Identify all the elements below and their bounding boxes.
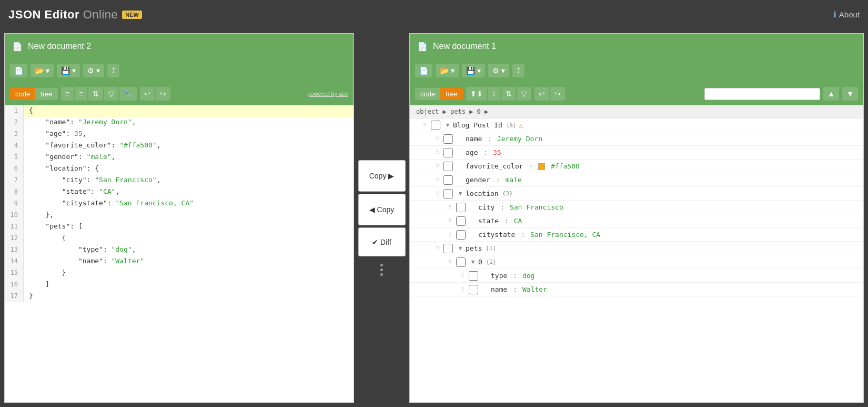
- info-icon: ℹ: [833, 9, 836, 19]
- checkbox-state[interactable]: [456, 216, 466, 226]
- right-format-compact-button[interactable]: ⬆⬇: [466, 87, 487, 101]
- drag-handle[interactable]: ⠿: [446, 204, 454, 210]
- sort-button[interactable]: ⇅: [88, 87, 103, 101]
- right-redo-button[interactable]: ↪: [550, 87, 565, 101]
- code-line-6: 6 "location": {: [5, 163, 354, 175]
- checkbox-name[interactable]: [443, 134, 453, 144]
- drag-handle[interactable]: ⠿: [433, 177, 441, 183]
- breadcrumb: object ▶ pets ▶ 0 ▶: [410, 105, 863, 118]
- tree-node-age: ⠿ age : 35: [410, 146, 863, 160]
- undo-button[interactable]: ↩: [140, 87, 155, 101]
- new-file-button[interactable]: 📄: [10, 64, 27, 77]
- open-file-button-right[interactable]: 📂 ▾: [436, 64, 459, 77]
- drag-handle[interactable]: ⠿: [420, 122, 429, 128]
- checkbox-city[interactable]: [456, 203, 466, 212]
- tree-node-name: ⠿ name : Jeremy Dorn: [410, 132, 863, 146]
- filter-button-left[interactable]: ▽: [104, 87, 118, 101]
- expand-name[interactable]: [455, 135, 466, 142]
- code-line-8: 8 "state": "CA",: [5, 186, 354, 198]
- checkbox-pets-0[interactable]: [456, 257, 466, 267]
- redo-button[interactable]: ↪: [156, 87, 170, 101]
- drag-handle[interactable]: ⠿: [446, 259, 454, 265]
- settings-button-right[interactable]: ⚙ ▾: [488, 64, 509, 77]
- right-tree-mode-button[interactable]: tree: [440, 88, 462, 100]
- right-mode-toggle: code tree: [415, 88, 463, 100]
- topbar: JSON Editor Online NEW ℹ About: [0, 0, 868, 29]
- code-editor[interactable]: 1 { 2 "name": "Jeremy Dorn", 3 "age": 35…: [5, 105, 354, 402]
- dots-area: [380, 264, 383, 276]
- new-file-button-right[interactable]: 📄: [415, 64, 432, 77]
- about-link[interactable]: ℹ About: [833, 9, 860, 19]
- left-tree-mode-button[interactable]: tree: [35, 88, 57, 100]
- drag-handle[interactable]: ⠿: [458, 273, 467, 279]
- drag-handle[interactable]: ⠿: [433, 150, 441, 155]
- right-undo-button[interactable]: ↩: [534, 87, 549, 101]
- tree-node-blogpostid: ⠿ ▼ Blog Post Id {6} ⚠: [410, 118, 863, 132]
- checkbox-favoritecolor[interactable]: [443, 162, 453, 171]
- checkbox-pets[interactable]: [443, 244, 453, 253]
- search-input[interactable]: [704, 88, 820, 100]
- drag-handle[interactable]: ⠿: [433, 163, 441, 169]
- code-line-2: 2 "name": "Jeremy Dorn",: [5, 117, 354, 128]
- expand-pets[interactable]: ▼: [455, 245, 466, 252]
- document-icon-right: 📄: [417, 42, 428, 52]
- drag-handle[interactable]: ⠿: [433, 191, 441, 196]
- copy-right-button[interactable]: Copy ▶: [358, 160, 406, 192]
- drag-handle[interactable]: ⠿: [446, 218, 454, 224]
- tree-node-citystate: ⠿ citystate : San Francisco, CA: [410, 228, 863, 242]
- checkbox-age[interactable]: [443, 148, 453, 157]
- dot-3: [380, 273, 383, 276]
- expand-location[interactable]: ▼: [455, 190, 466, 197]
- drag-handle[interactable]: ⠿: [458, 286, 467, 292]
- right-move-button[interactable]: ↕: [488, 87, 500, 101]
- app-title: JSON Editor Online: [8, 8, 118, 22]
- expand-blogpostid[interactable]: ▼: [442, 122, 453, 128]
- search-prev-button[interactable]: ▲: [823, 87, 839, 101]
- format-expand-button[interactable]: ≡: [75, 87, 87, 101]
- code-line-16: 16 ]: [5, 279, 354, 291]
- left-code-mode-button[interactable]: code: [10, 88, 35, 100]
- save-file-button-right[interactable]: 💾 ▾: [462, 64, 485, 77]
- format-compact-button[interactable]: ≡: [61, 87, 74, 101]
- drag-handle[interactable]: ⠿: [433, 136, 441, 142]
- right-code-mode-button[interactable]: code: [415, 88, 440, 100]
- code-line-15: 15 }: [5, 267, 354, 279]
- checkbox-gender[interactable]: [443, 175, 453, 185]
- share-button-right[interactable]: ⤴: [512, 64, 524, 77]
- dot-1: [380, 264, 383, 266]
- checkbox-location[interactable]: [443, 189, 453, 198]
- drag-handle[interactable]: ⠿: [433, 245, 441, 251]
- code-line-4: 4 "favorite_color": "#ffa500",: [5, 140, 354, 152]
- checkbox-type[interactable]: [469, 271, 478, 281]
- left-toolbar-bottom: code tree ≡ ≡ ⇅ ▽ 🔧 ↩ ↪ powered by ace: [5, 82, 354, 105]
- warning-icon: ⚠: [519, 121, 523, 130]
- repair-button[interactable]: 🔧: [119, 87, 137, 101]
- main-content: 📄 New document 2 📄 📂 ▾ 💾 ▾ ⚙ ▾ ⤴ code tr…: [0, 29, 868, 407]
- open-file-button[interactable]: 📂 ▾: [31, 64, 54, 77]
- copy-left-button[interactable]: ◀ Copy: [358, 194, 406, 225]
- code-line-1: 1 {: [5, 105, 354, 117]
- dot-2: [380, 269, 383, 271]
- right-sort-button[interactable]: ⇅: [501, 87, 516, 101]
- tree-node-state: ⠿ state : CA: [410, 214, 863, 228]
- checkbox-blogpostid[interactable]: [431, 121, 440, 130]
- code-line-14: 14 "name": "Walter": [5, 256, 354, 267]
- right-panel-title: New document 1: [433, 42, 496, 51]
- drag-handle[interactable]: ⠿: [446, 232, 454, 237]
- checkbox-citystate[interactable]: [456, 230, 466, 240]
- checkbox-petname[interactable]: [469, 285, 478, 294]
- settings-button-left[interactable]: ⚙ ▾: [83, 64, 104, 77]
- expand-pets-0[interactable]: ▼: [468, 259, 478, 265]
- diff-button[interactable]: ✔ Diff: [358, 227, 406, 256]
- key-blogpostid: Blog Post Id: [453, 121, 502, 129]
- powered-by-ace[interactable]: powered by ace: [307, 91, 348, 97]
- code-line-7: 7 "city": "San Francisco",: [5, 175, 354, 186]
- search-next-button[interactable]: ▼: [842, 87, 858, 101]
- tree-view[interactable]: object ▶ pets ▶ 0 ▶ ⠿ ▼ Blog Post Id {6}…: [410, 105, 863, 402]
- code-line-3: 3 "age": 35,: [5, 128, 354, 140]
- save-file-button[interactable]: 💾 ▾: [57, 64, 80, 77]
- code-line-12: 12 {: [5, 233, 354, 244]
- share-button-left[interactable]: ⤴: [107, 64, 119, 77]
- right-format-buttons: ⬆⬇ ↕ ⇅ ▽: [466, 87, 531, 101]
- right-filter-button[interactable]: ▽: [517, 87, 531, 101]
